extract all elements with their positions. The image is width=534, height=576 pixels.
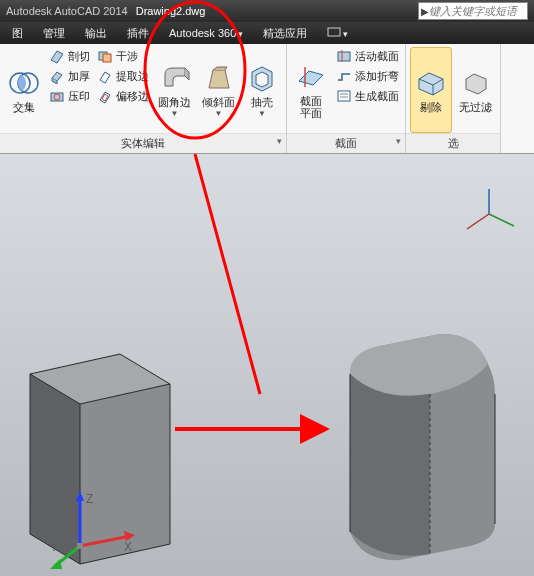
thicken-icon: [49, 68, 65, 84]
expand-icon: ▾: [277, 136, 282, 146]
panel-title-selection[interactable]: 选: [406, 133, 500, 153]
cull-label: 剔除: [420, 101, 442, 113]
svg-text:X: X: [124, 540, 132, 554]
menu-tu[interactable]: 图: [4, 24, 31, 43]
section-plane-label: 截面 平面: [300, 95, 322, 119]
menu-manage[interactable]: 管理: [35, 24, 73, 43]
svg-text:Z: Z: [86, 492, 93, 506]
svg-rect-21: [77, 543, 83, 549]
file-name: Drawing2.dwg: [136, 5, 206, 17]
chevron-down-icon: ▼: [171, 109, 179, 118]
app-title: Autodesk AutoCAD 2014: [6, 5, 128, 17]
panel-solid-edit: 交集 剖切 加厚 压印 干涉 提取边 偏移边 圆角边 ▼: [0, 44, 287, 153]
offset-edge-icon: [97, 88, 113, 104]
menu-output[interactable]: 输出: [77, 24, 115, 43]
svg-line-11: [467, 214, 489, 229]
live-section-icon: [336, 48, 352, 64]
chevron-down-icon: ▼: [258, 109, 266, 118]
menubar: 图 管理 输出 插件 Autodesk 360▾ 精选应用 ▾: [0, 22, 534, 44]
panel-title-solid-edit[interactable]: 实体编辑▾: [0, 133, 286, 153]
search-box[interactable]: ▶: [418, 2, 528, 20]
shell-label: 抽壳: [251, 96, 273, 108]
chevron-down-icon: ▼: [215, 109, 223, 118]
menu-a360[interactable]: Autodesk 360▾: [161, 25, 251, 41]
menu-panel-dd[interactable]: ▾: [319, 25, 356, 41]
interfere-icon: [97, 48, 113, 64]
svg-marker-13: [76, 491, 84, 501]
generate-section-button[interactable]: 生成截面: [334, 87, 401, 105]
taper-face-icon: [203, 62, 235, 94]
intersect-label: 交集: [13, 101, 35, 113]
svg-rect-7: [338, 52, 350, 61]
svg-marker-19: [50, 559, 62, 569]
svg-text:Y: Y: [50, 540, 58, 554]
svg-line-15: [80, 536, 130, 546]
svg-line-10: [489, 214, 514, 226]
section-plane-icon: [295, 61, 327, 93]
ucs-icon[interactable]: Z X Y: [50, 491, 140, 571]
panel-title-section[interactable]: 截面▾: [287, 133, 405, 153]
extract-edge-button[interactable]: 提取边: [95, 67, 151, 85]
taper-face-label: 倾斜面: [202, 96, 235, 108]
menu-plugin[interactable]: 插件: [119, 24, 157, 43]
cull-icon: [415, 67, 447, 99]
fillet-edge-icon: [159, 62, 191, 94]
fillet-edge-label: 圆角边: [158, 96, 191, 108]
slice-button[interactable]: 剖切: [47, 47, 92, 65]
add-jog-button[interactable]: 添加折弯: [334, 67, 401, 85]
solid-filleted-right: [320, 304, 510, 564]
svg-rect-8: [338, 91, 350, 101]
imprint-button[interactable]: 压印: [47, 87, 92, 105]
no-filter-label: 无过滤: [459, 101, 492, 113]
svg-rect-6: [103, 54, 111, 62]
extract-edge-icon: [97, 68, 113, 84]
slice-icon: [49, 48, 65, 64]
cull-button[interactable]: 剔除: [410, 47, 452, 133]
taper-face-button[interactable]: 倾斜面 ▼: [198, 47, 239, 133]
svg-line-22: [195, 154, 260, 394]
no-filter-button[interactable]: 无过滤: [455, 47, 496, 133]
add-jog-icon: [336, 68, 352, 84]
svg-rect-0: [328, 28, 340, 36]
titlebar: Autodesk AutoCAD 2014 Drawing2.dwg ▶: [0, 0, 534, 22]
imprint-icon: [49, 88, 65, 104]
no-filter-icon: [460, 67, 492, 99]
intersect-button[interactable]: 交集: [4, 47, 44, 133]
intersect-icon: [8, 67, 40, 99]
generate-section-icon: [336, 88, 352, 104]
ribbon: 交集 剖切 加厚 压印 干涉 提取边 偏移边 圆角边 ▼: [0, 44, 534, 154]
fillet-edge-button[interactable]: 圆角边 ▼: [154, 47, 195, 133]
panel-section: 截面 平面 活动截面 添加折弯 生成截面 截面▾: [287, 44, 406, 153]
menu-featured[interactable]: 精选应用: [255, 24, 315, 43]
interfere-button[interactable]: 干涉: [95, 47, 151, 65]
section-plane-button[interactable]: 截面 平面: [291, 47, 331, 133]
offset-edge-button[interactable]: 偏移边: [95, 87, 151, 105]
shell-button[interactable]: 抽壳 ▼: [242, 47, 282, 133]
search-arrow-icon: ▶: [421, 6, 429, 17]
panel-selection: 剔除 无过滤 选: [406, 44, 501, 153]
expand-icon: ▾: [396, 136, 401, 146]
live-section-button[interactable]: 活动截面: [334, 47, 401, 65]
shell-icon: [246, 62, 278, 94]
view-axes-icon[interactable]: [459, 184, 519, 244]
thicken-button[interactable]: 加厚: [47, 67, 92, 85]
search-input[interactable]: [429, 5, 525, 17]
viewport[interactable]: Z X Y: [0, 154, 534, 576]
